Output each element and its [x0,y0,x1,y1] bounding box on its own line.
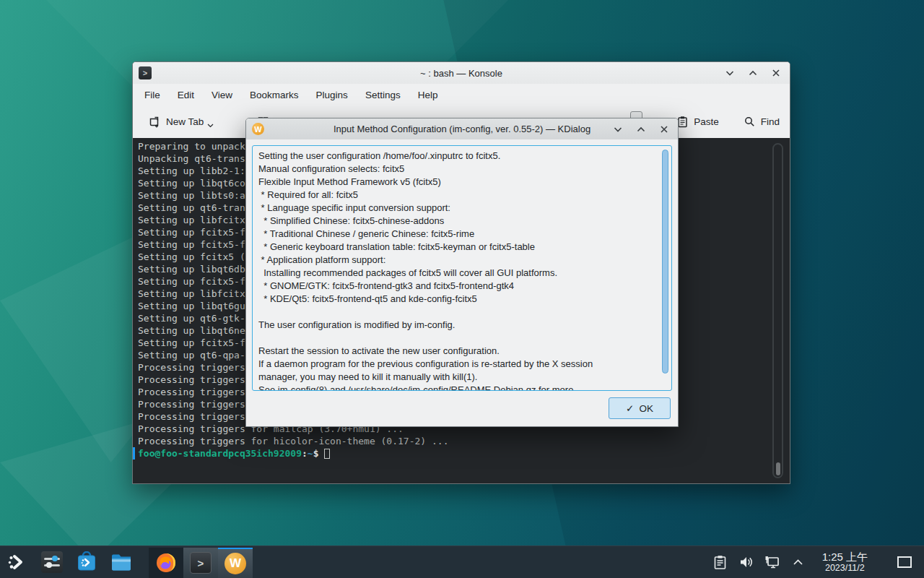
terminal-scrollbar[interactable] [772,143,783,478]
clipboard-tray-icon[interactable] [711,553,730,571]
system-settings-launcher[interactable] [35,546,69,578]
terminal-scrollbar-thumb[interactable] [776,462,780,475]
terminal-line: Processing triggers for hicolor-icon-the… [138,435,790,447]
kdialog-scrollbar-thumb[interactable] [662,150,668,374]
menu-item[interactable]: Settings [357,87,409,103]
find-icon [744,116,756,128]
menu-item[interactable]: Bookmarks [241,87,308,103]
minimize-icon[interactable] [723,66,736,79]
find-label: Find [761,116,780,127]
kdialog-text-line: Installing recommended packages of fcitx… [258,267,654,280]
close-icon[interactable] [770,66,783,79]
konsole-menubar: File Edit View Bookmarks Plugins Setting… [133,84,790,105]
system-tray: 1:25 上午 2023/11/2 [711,546,924,578]
paste-label: Paste [694,116,719,127]
konsole-window-title: ~ : bash — Konsole [133,68,790,79]
kdialog-text-line: * Simplified Chinese: fcitx5-chinese-add… [258,215,654,228]
kdialog-text-line: If a daemon program for the previous con… [258,358,654,371]
konsole-task[interactable]: > [183,548,218,578]
find-button[interactable]: Find [741,111,783,132]
menu-item[interactable]: Plugins [308,87,357,103]
kdialog-text-line: manager, you may need to kill it manuall… [258,371,654,384]
dolphin-launcher[interactable] [104,546,139,578]
show-desktop-button[interactable] [892,546,917,578]
ok-button[interactable]: ✓ OK [609,397,671,419]
check-icon: ✓ [626,402,634,414]
close-icon[interactable] [658,123,671,136]
menu-item[interactable]: Edit [169,87,203,103]
kdialog-text-line: Setting the user configuration /home/foo… [258,150,654,163]
kdialog-text-line: * Application platform support: [258,254,654,267]
kdialog-text-line: * Language specific input conversion sup… [258,202,654,215]
prompt-symbol: $ [313,447,319,460]
menu-item[interactable]: View [203,87,241,103]
tray-expand-chevron-icon[interactable] [789,553,808,571]
kde-launcher-icon [6,551,28,573]
discover-launcher[interactable] [69,546,104,578]
kdialog-window: W Input Method Configuration (im-config,… [245,118,679,427]
prompt-path: ~ [308,447,313,460]
firefox-icon [154,551,178,574]
kdialog-text-line [258,332,654,345]
ok-button-label: OK [639,403,653,414]
kdialog-text-line: * GNOME/GTK: fcitx5-frontend-gtk3 and fc… [258,280,654,293]
maximize-icon[interactable] [635,123,648,136]
kdialog-text-line [258,306,654,319]
firefox-task[interactable] [149,548,183,578]
new-tab-button[interactable]: New Tab [146,111,217,132]
clock-time: 1:25 上午 [822,551,868,563]
kdialog-titlebar[interactable]: W Input Method Configuration (im-config,… [246,118,678,139]
settings-sliders-icon [41,551,63,573]
taskbar-panel: > W [0,545,924,578]
minimize-icon[interactable] [611,123,624,136]
kdialog-task[interactable]: W [218,548,253,578]
kdialog-button-row: ✓ OK [246,390,678,426]
maximize-icon[interactable] [746,66,759,79]
discover-icon [76,551,97,573]
terminal-prompt-line: foo@foo-standardpcq35ich92009:~$ [133,447,790,460]
paste-button[interactable]: Paste [674,111,722,132]
kdialog-text-line: Flexible Input Method Framework v5 (fcit… [258,176,654,189]
folder-icon [110,551,133,573]
app-launcher-button[interactable] [0,546,35,578]
volume-tray-icon[interactable] [737,553,756,571]
kdialog-text-line: The user configuration is modified by im… [258,319,654,332]
prompt-user-host: foo@foo-standardpcq35ich92009 [138,447,302,460]
im-config-icon: W [225,553,246,574]
digital-clock[interactable]: 1:25 上午 2023/11/2 [815,551,875,574]
new-tab-icon [149,116,161,128]
kdialog-text-line: Manual configuration selects: fcitx5 [258,163,654,176]
konsole-icon: > [190,552,212,574]
network-tray-icon[interactable] [763,553,782,571]
konsole-titlebar[interactable]: > ~ : bash — Konsole [133,62,790,84]
kdialog-text-line: * Traditional Chinese / generic Chinese:… [258,228,654,241]
kdialog-app-icon: W [252,123,264,135]
menu-item[interactable]: File [136,87,169,103]
chevron-down-icon [207,124,214,128]
terminal-cursor [324,449,330,459]
clock-date: 2023/11/2 [822,563,868,573]
new-tab-label: New Tab [166,116,204,127]
kdialog-text-line: * KDE/Qt5: fcitx5-frontend-qt5 and kde-c… [258,293,654,306]
kdialog-text-line: Restart the session to activate the new … [258,345,654,358]
menu-item[interactable]: Help [409,87,447,103]
kdialog-text-line: * Required for all: fcitx5 [258,189,654,202]
konsole-app-icon: > [139,66,152,79]
prompt-separator: : [302,447,308,460]
kdialog-text-line: * Generic keyboard translation table: fc… [258,241,654,254]
show-desktop-icon [897,556,912,568]
kdialog-text-view[interactable]: Setting the user configuration /home/foo… [252,145,672,391]
